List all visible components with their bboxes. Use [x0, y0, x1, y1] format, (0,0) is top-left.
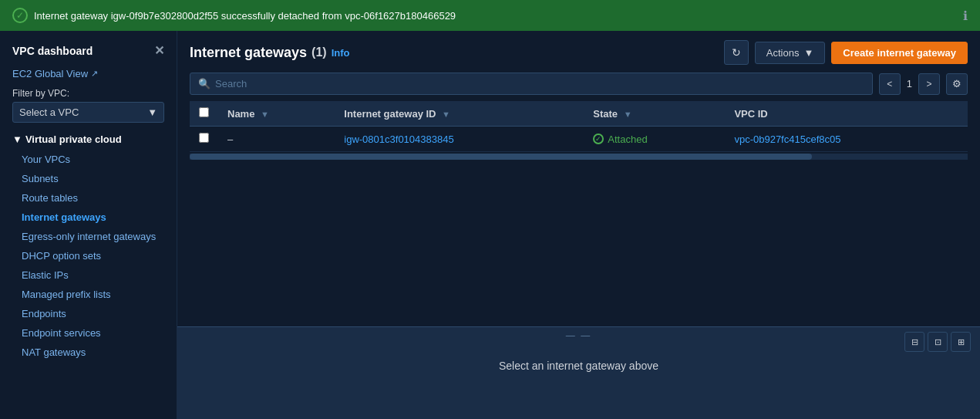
column-header-name[interactable]: Name ▼ [218, 101, 335, 127]
sidebar-item-ec2-global-view[interactable]: EC2 Global View ↗ [0, 64, 177, 83]
external-link-icon: ↗ [91, 69, 98, 79]
search-icon: 🔍 [198, 78, 210, 90]
create-internet-gateway-button[interactable]: Create internet gateway [831, 42, 968, 64]
table-header-row: Internet gateways (1) Info ↻ Actions ▼ C… [190, 40, 968, 65]
data-table: Name ▼ Internet gateway ID ▼ State ▼ [190, 101, 968, 152]
table-actions: ↻ Actions ▼ Create internet gateway [724, 40, 968, 65]
search-input[interactable] [215, 78, 864, 90]
chevron-down-icon: ▼ [147, 106, 157, 118]
prev-page-button[interactable]: < [879, 73, 901, 95]
pagination: < 1 > [879, 73, 940, 95]
info-icon[interactable]: ℹ [963, 8, 968, 23]
detail-panel: — — ⊟ ⊡ ⊞ Select an internet gateway abo… [177, 326, 980, 419]
panel-layout-full-button[interactable]: ⊞ [951, 332, 971, 352]
table-row: – igw-0801c3f0104383845 ✓ Attached [190, 127, 968, 152]
sidebar-header: VPC dashboard ✕ [0, 37, 177, 64]
row-state-cell: ✓ Attached [584, 127, 725, 152]
column-header-igw-id[interactable]: Internet gateway ID ▼ [335, 101, 584, 127]
success-banner: ✓ Internet gateway igw-0f9b7e302800d2f55… [0, 0, 980, 31]
select-all-checkbox[interactable] [199, 107, 209, 117]
status-attached: ✓ Attached [593, 133, 716, 145]
content-area: Internet gateways (1) Info ↻ Actions ▼ C… [177, 31, 980, 419]
resize-handle[interactable]: — — [177, 327, 980, 344]
sidebar-item-nat-gateways[interactable]: NAT gateways [0, 343, 177, 362]
sidebar-item-endpoint-services[interactable]: Endpoint services [0, 323, 177, 343]
sort-icon: ▼ [261, 110, 269, 119]
refresh-button[interactable]: ↻ [724, 40, 749, 65]
sidebar-item-route-tables[interactable]: Route tables [0, 188, 177, 208]
row-name-cell: – [218, 127, 335, 152]
select-all-header [190, 101, 218, 127]
sidebar: VPC dashboard ✕ EC2 Global View ↗ Filter… [0, 31, 177, 419]
status-icon: ✓ [593, 133, 604, 144]
success-icon: ✓ [12, 8, 28, 23]
sort-icon: ▼ [442, 110, 450, 119]
sidebar-item-your-vpcs[interactable]: Your VPCs [0, 150, 177, 169]
panel-layout-split-button[interactable]: ⊟ [904, 332, 924, 352]
detail-empty-message: Select an internet gateway above [177, 344, 980, 387]
chevron-down-icon: ▼ [12, 133, 22, 145]
table-title: Internet gateways (1) Info [190, 45, 349, 61]
settings-button[interactable]: ⚙ [946, 73, 968, 95]
column-header-state[interactable]: State ▼ [584, 101, 725, 127]
row-vpc-id-cell: vpc-0b927fc415cef8c05 [725, 127, 968, 152]
row-checkbox[interactable] [199, 133, 209, 143]
table-wrapper: Name ▼ Internet gateway ID ▼ State ▼ [190, 95, 968, 326]
sidebar-category-vpc: ▼ Virtual private cloud [0, 129, 177, 150]
column-header-vpc-id[interactable]: VPC ID [725, 101, 968, 127]
sidebar-title: VPC dashboard [12, 45, 93, 57]
sidebar-item-endpoints[interactable]: Endpoints [0, 304, 177, 323]
table-header: Name ▼ Internet gateway ID ▼ State ▼ [190, 101, 968, 127]
sidebar-item-internet-gateways[interactable]: Internet gateways [0, 208, 177, 227]
resize-indicator: — — [566, 330, 591, 341]
igw-id-link[interactable]: igw-0801c3f0104383845 [344, 133, 453, 145]
panel-layout-tab-button[interactable]: ⊡ [928, 332, 948, 352]
page-number: 1 [904, 78, 915, 90]
row-checkbox-cell [190, 127, 218, 152]
vpc-id-link[interactable]: vpc-0b927fc415cef8c05 [734, 133, 840, 145]
search-box: 🔍 [190, 73, 873, 95]
filter-label: Filter by VPC: [0, 83, 177, 100]
success-message: Internet gateway igw-0f9b7e302800d2f55 s… [34, 10, 456, 22]
filter-vpc-select[interactable]: Select a VPC ▼ [12, 102, 164, 123]
chevron-down-icon: ▼ [803, 47, 813, 59]
sidebar-item-egress-only[interactable]: Egress-only internet gateways [0, 227, 177, 246]
row-igw-id-cell: igw-0801c3f0104383845 [335, 127, 584, 152]
horizontal-scrollbar[interactable] [190, 154, 968, 160]
next-page-button[interactable]: > [918, 73, 940, 95]
sidebar-item-dhcp-option-sets[interactable]: DHCP option sets [0, 246, 177, 265]
main-layout: VPC dashboard ✕ EC2 Global View ↗ Filter… [0, 31, 980, 419]
sidebar-item-subnets[interactable]: Subnets [0, 169, 177, 188]
sidebar-item-managed-prefix-lists[interactable]: Managed prefix lists [0, 285, 177, 304]
detail-panel-toolbar: ⊟ ⊡ ⊞ [904, 332, 971, 352]
search-row: 🔍 < 1 > ⚙ [190, 73, 968, 95]
info-link[interactable]: Info [332, 47, 350, 59]
sort-icon: ▼ [624, 110, 632, 119]
scrollbar-thumb [190, 154, 812, 160]
sidebar-item-elastic-ips[interactable]: Elastic IPs [0, 265, 177, 285]
table-section: Internet gateways (1) Info ↻ Actions ▼ C… [177, 31, 980, 326]
actions-button[interactable]: Actions ▼ [755, 42, 826, 64]
close-button[interactable]: ✕ [154, 43, 164, 58]
